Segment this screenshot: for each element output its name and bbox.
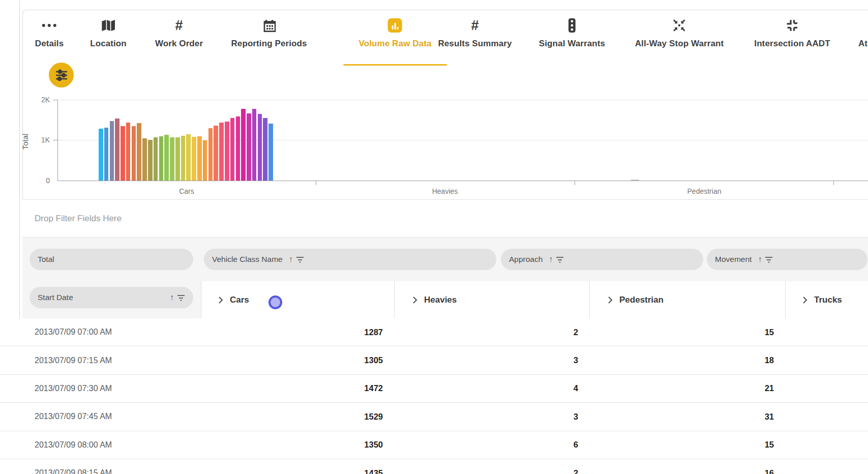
column-chip-approach[interactable]: Approach ↑ [501,249,703,270]
chart-bar[interactable] [214,126,218,181]
cars-value-cell: 1350 [201,431,394,459]
pivot-grid: 2013/07/09 07:00 AM 1287 2 15 2013/07/09… [0,318,868,474]
chart-bar[interactable] [203,140,207,181]
chart-bar[interactable] [132,126,136,181]
sort-ascending-icon[interactable]: ↑ [758,255,762,264]
chart-bar[interactable] [263,118,267,181]
sort-ascending-icon[interactable]: ↑ [289,255,293,264]
column-header-trucks[interactable]: Trucks [802,281,842,318]
chart-bar[interactable] [170,137,174,181]
chart-bar[interactable] [247,113,251,181]
column-chip-movement[interactable]: Movement ↑ [707,249,867,270]
tab-all-way-stop-warrant[interactable]: All-Way Stop Warrant [635,17,724,49]
cars-value-cell: 1472 [201,375,394,402]
tab-label: At [858,39,867,49]
chart-bar[interactable] [268,124,273,181]
chevron-right-icon[interactable] [218,296,223,304]
start-date-cell: 2013/07/09 07:15 AM [0,346,201,374]
chart-bar[interactable] [175,137,180,181]
total-bar-chart: Total 2K 1K 0 Cars Heavies Pedestrian [0,86,868,201]
filter-drop-zone[interactable]: Drop Filter Fields Here [22,199,868,237]
column-header-heavies[interactable]: Heavies [412,281,457,318]
tab-details[interactable]: Details [35,17,64,49]
chart-bar[interactable] [236,116,241,181]
chart-bar[interactable] [219,123,224,181]
tab-label: Details [35,39,64,49]
filter-icon[interactable] [765,256,773,263]
chart-bar[interactable] [121,126,125,181]
sort-ascending-icon[interactable]: ↑ [549,255,553,264]
map-icon [101,17,115,34]
tab-intersection-aadt[interactable]: Intersection AADT [754,17,830,49]
calendar-icon [262,17,276,34]
chart-bar[interactable] [164,135,169,181]
tab-work-order[interactable]: # Work Order [155,17,203,49]
chart-bar[interactable] [148,140,153,181]
filter-icon[interactable] [296,256,304,263]
chart-bar[interactable] [186,134,191,181]
chart-bar[interactable] [208,128,213,181]
tab-reporting-periods[interactable]: Reporting Periods [231,17,307,49]
chart-bar[interactable] [104,128,109,181]
sort-ascending-icon[interactable]: ↑ [170,293,174,302]
measure-chip-total[interactable]: Total [29,249,193,270]
cars-value-cell: 1287 [201,318,394,346]
chart-bar[interactable] [631,180,639,181]
x-tick [316,181,316,185]
column-chip-vehicle-class-name[interactable]: Vehicle Class Name ↑ [204,249,496,270]
column-header-pedestrian[interactable]: Pedestrian [608,281,664,318]
start-date-cell: 2013/07/09 08:00 AM [0,431,201,459]
start-date-cell: 2013/07/09 07:45 AM [0,403,201,430]
table-row: 2013/07/09 07:30 AM 1472 4 21 [0,375,868,403]
column-header-cars[interactable]: Cars [218,281,249,318]
app-window: Details Location # Work Order Reporting … [0,0,868,474]
cars-value-cell: 1435 [201,459,394,474]
chart-bar[interactable] [181,136,186,181]
start-date-cell: 2013/07/09 07:00 AM [0,318,201,346]
category-label-heavies: Heavies [432,187,458,195]
chart-bar[interactable] [192,137,196,181]
chart-bar[interactable] [126,123,131,181]
heavies-value-cell: 2 [394,459,589,474]
trucks-value-cell [785,403,868,430]
row-chip-start-date[interactable]: Start Date ↑ [29,287,193,308]
tab-signal-warrants[interactable]: Signal Warrants [539,17,605,49]
chart-bar[interactable] [99,129,103,181]
chart-bar[interactable] [258,114,262,181]
chart-bar[interactable] [252,109,257,181]
chart-bar[interactable] [154,137,158,181]
filter-icon[interactable] [177,294,185,301]
chevron-right-icon[interactable] [412,296,417,304]
active-tab-underline [343,64,447,66]
x-tick [833,181,834,185]
pedestrian-value-cell: 18 [589,346,785,374]
tab-volume-raw-data[interactable]: Volume Raw Data [359,17,432,49]
ellipsis-icon [42,17,56,34]
chart-bar[interactable] [241,109,246,181]
filter-icon[interactable] [556,256,564,263]
chart-bar[interactable] [197,136,202,181]
tab-label: Reporting Periods [231,39,307,49]
chart-bar[interactable] [110,121,114,181]
y-tick-label: 0 [31,176,50,185]
tab-results-summary[interactable]: # Results Summary [438,17,512,49]
chevron-right-icon[interactable] [802,296,807,304]
tab-clipped-right[interactable]: At [858,17,867,49]
chart-bar[interactable] [225,122,229,181]
chart-bar[interactable] [115,118,119,181]
column-header-band [201,281,868,318]
column-header-label: Cars [230,295,249,305]
tab-location[interactable]: Location [90,17,127,49]
chart-bar[interactable] [142,138,147,181]
chevron-right-icon[interactable] [608,296,613,304]
column-header-label: Pedestrian [619,295,664,305]
start-date-cell: 2013/07/09 08:15 AM [0,459,201,474]
chart-bar[interactable] [230,118,235,181]
chart-bar[interactable] [159,136,164,181]
chart-bar[interactable] [137,123,141,181]
pedestrian-value-cell: 15 [589,431,785,459]
chart-settings-button[interactable] [49,63,74,87]
tab-label: Signal Warrants [539,39,605,49]
trucks-value-cell [785,459,868,474]
cars-value-cell: 1305 [201,346,394,374]
